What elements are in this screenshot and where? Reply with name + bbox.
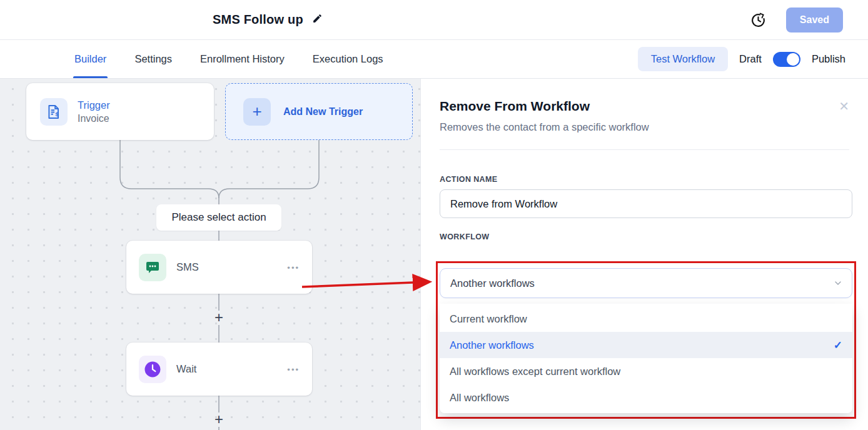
panel-title: Remove From Workflow: [440, 99, 590, 114]
add-action-button-2[interactable]: +: [212, 412, 226, 426]
workflow-label: WORKFLOW: [440, 232, 852, 241]
edit-title-button[interactable]: [312, 13, 323, 26]
toggle-knob: [787, 53, 799, 66]
panel-subtitle: Removes the contact from a specific work…: [440, 121, 849, 133]
check-icon: ✓: [834, 339, 842, 352]
action-name-input[interactable]: [440, 189, 852, 218]
wait-node-menu-button[interactable]: •••: [287, 364, 300, 374]
chevron-down-icon: [833, 278, 843, 288]
add-new-trigger-button[interactable]: + Add New Trigger: [225, 83, 413, 140]
trigger-node-title: Trigger: [78, 99, 110, 111]
sms-node-label: SMS: [176, 261, 199, 273]
action-name-label: ACTION NAME: [440, 175, 852, 184]
option-another-workflows[interactable]: Another workflows ✓: [440, 332, 852, 358]
workflow-options-dropdown: Current workflow Another workflows ✓ All…: [440, 304, 852, 413]
trigger-node-subtitle: Invoice: [78, 113, 110, 124]
action-settings-panel: Remove From Workflow ✕ Removes the conta…: [420, 79, 868, 430]
wait-clock-icon: [139, 356, 166, 383]
workflow-title: SMS Follow up: [213, 12, 303, 27]
tab-settings[interactable]: Settings: [134, 40, 172, 78]
wait-node-label: Wait: [176, 363, 196, 375]
test-workflow-button[interactable]: Test Workflow: [638, 47, 728, 71]
wait-node[interactable]: Wait •••: [126, 342, 312, 396]
sms-chat-icon: [139, 254, 166, 281]
workflow-canvas[interactable]: $ Trigger Invoice + Add New Trigger Plea…: [0, 79, 420, 430]
invoice-icon: $: [40, 98, 68, 126]
sms-node-menu-button[interactable]: •••: [287, 262, 300, 272]
annotation-rectangle: Another workflows Current workflow Anoth…: [436, 261, 856, 419]
sms-node[interactable]: SMS •••: [126, 241, 312, 294]
option-all-workflows[interactable]: All workflows: [440, 384, 852, 411]
trigger-node[interactable]: $ Trigger Invoice: [26, 83, 214, 140]
add-new-trigger-label: Add New Trigger: [283, 106, 363, 118]
publish-label: Publish: [812, 53, 845, 65]
tab-builder[interactable]: Builder: [74, 40, 106, 78]
tab-bar: Builder Settings Enrollment History Exec…: [0, 40, 868, 79]
publish-toggle[interactable]: [773, 52, 800, 67]
close-icon[interactable]: ✕: [839, 100, 849, 112]
svg-text:$: $: [55, 111, 59, 118]
tab-enrollment-history[interactable]: Enrollment History: [200, 40, 285, 78]
pencil-icon: [312, 13, 323, 26]
tab-execution-logs[interactable]: Execution Logs: [313, 40, 383, 78]
please-select-action-label: Please select action: [156, 204, 281, 231]
workflow-select-value: Another workflows: [450, 278, 535, 289]
option-all-except-current[interactable]: All workflows except current workflow: [440, 358, 852, 384]
add-action-button-1[interactable]: +: [212, 311, 226, 324]
saved-button[interactable]: Saved: [786, 8, 843, 32]
history-clock-icon[interactable]: [750, 12, 766, 28]
draft-label: Draft: [739, 53, 762, 65]
top-bar: SMS Follow up Saved: [0, 0, 868, 40]
workflow-select[interactable]: Another workflows: [440, 268, 852, 298]
plus-icon: +: [243, 98, 271, 126]
option-current-workflow[interactable]: Current workflow: [440, 306, 852, 332]
